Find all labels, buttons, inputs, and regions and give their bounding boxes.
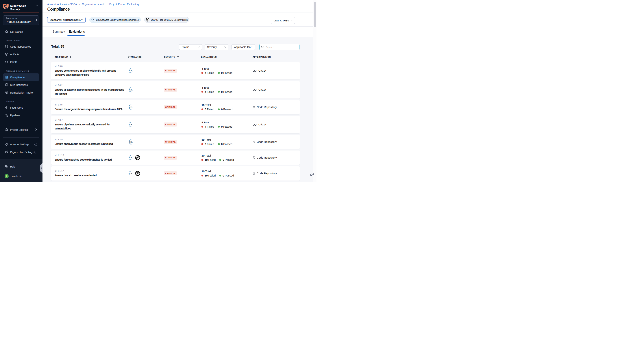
- svg-text:CIS: CIS: [129, 172, 132, 174]
- svg-text:CIS: CIS: [129, 124, 132, 126]
- svg-text:CIS: CIS: [129, 88, 132, 91]
- svg-text:CIS: CIS: [92, 19, 94, 20]
- svg-text:CIS: CIS: [129, 106, 132, 108]
- svg-text:CIS: CIS: [129, 70, 132, 72]
- svg-text:CIS: CIS: [129, 141, 132, 143]
- svg-text:CIS: CIS: [129, 156, 132, 159]
